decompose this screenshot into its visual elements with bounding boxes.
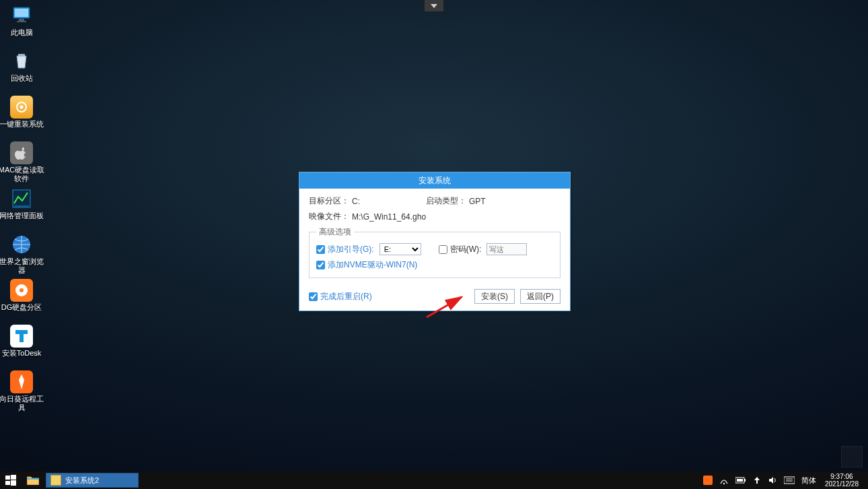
top-dropdown-handle[interactable] <box>425 0 443 11</box>
apple-icon <box>10 141 33 164</box>
svg-rect-17 <box>27 478 39 480</box>
desktop-icon-label: 回收站 <box>11 74 33 82</box>
boot-type-label: 启动类型： <box>426 195 466 207</box>
desktop-icon-this-pc[interactable]: 此电脑 <box>0 4 47 37</box>
desktop-icon-label: 安装ToDesk <box>2 349 42 357</box>
desktop-icon-label: DG硬盘分区 <box>1 303 42 311</box>
graph-icon <box>10 187 33 210</box>
desktop-icon-label: MAC硬盘读取软件 <box>0 166 44 183</box>
tray-icon-app[interactable] <box>700 476 716 485</box>
tray-network-icon[interactable] <box>716 476 732 485</box>
svg-rect-23 <box>784 477 795 484</box>
tray-volume-icon[interactable] <box>764 476 781 485</box>
system-tray: 简体 9:37:06 2021/12/28 <box>700 471 868 489</box>
svg-rect-2 <box>19 19 24 21</box>
install-button[interactable]: 安装(S) <box>474 289 515 304</box>
password-checkbox-input[interactable] <box>439 245 447 254</box>
install-system-dialog: 安装系统 目标分区： C: 启动类型： GPT 映像文件： M:\G_Win11… <box>299 172 571 311</box>
desktop-icon-label: 一键重装系统 <box>0 120 44 128</box>
desktop-icon-world-browser[interactable]: 世界之窗浏览器 <box>0 233 47 275</box>
computer-icon <box>10 4 33 27</box>
restart-checkbox-input[interactable] <box>309 292 318 301</box>
svg-point-19 <box>723 483 725 484</box>
clock-date: 2021/12/28 <box>825 480 859 488</box>
nvme-label: 添加NVME驱动-WIN7(N) <box>328 259 417 271</box>
svg-rect-13 <box>5 476 10 480</box>
todesk-icon <box>10 325 33 348</box>
dialog-body: 目标分区： C: 启动类型： GPT 映像文件： M:\G_Win11_64.g… <box>299 189 570 284</box>
file-explorer-button[interactable] <box>22 471 44 489</box>
watermark-box <box>841 446 863 467</box>
svg-rect-7 <box>13 190 30 207</box>
svg-rect-22 <box>737 479 743 482</box>
sunflower-icon <box>10 370 33 393</box>
add-boot-drive-select[interactable]: E: <box>379 243 421 255</box>
svg-rect-14 <box>11 475 16 480</box>
advanced-options-group: 高级选项 添加引导(G): E: 密码(W): <box>309 226 560 278</box>
nvme-checkbox-input[interactable] <box>316 261 325 269</box>
desktop-icon-dg-partition[interactable]: DG硬盘分区 <box>0 279 47 312</box>
globe-icon <box>10 233 33 256</box>
svg-rect-16 <box>11 480 16 486</box>
taskbar-clock[interactable]: 9:37:06 2021/12/28 <box>820 473 864 488</box>
tray-keyboard-icon[interactable] <box>781 476 798 484</box>
svg-rect-21 <box>744 479 746 482</box>
taskbar-task-install-system[interactable]: 安装系统2 <box>46 473 139 488</box>
disk-icon <box>10 279 33 302</box>
desktop-icon-label: 世界之窗浏览器 <box>0 257 44 274</box>
back-button[interactable]: 返回(P) <box>520 289 560 304</box>
target-partition-label: 目标分区： <box>309 195 349 207</box>
taskbar: 安装系统2 简体 9:37:06 2021/ <box>0 471 868 489</box>
tray-battery-icon[interactable] <box>732 477 750 484</box>
image-file-value: M:\G_Win11_64.gho <box>352 212 426 222</box>
restart-label: 完成后重启(R) <box>320 291 372 302</box>
windows-icon <box>5 475 16 486</box>
svg-point-6 <box>20 106 24 109</box>
toolbox-icon <box>10 96 33 119</box>
advanced-legend: 高级选项 <box>316 226 354 238</box>
dialog-titlebar[interactable]: 安装系统 <box>299 172 570 189</box>
add-boot-label: 添加引导(G): <box>328 244 374 255</box>
desktop-icon-recycle-bin[interactable]: 回收站 <box>0 50 47 83</box>
tray-safely-remove-icon[interactable] <box>750 476 764 485</box>
password-checkbox[interactable]: 密码(W): <box>439 244 482 255</box>
desktop-icon-sunflower[interactable]: 向日葵远程工具 <box>0 370 47 412</box>
target-partition-value: C: <box>352 197 399 206</box>
dialog-title: 安装系统 <box>419 176 451 185</box>
folder-icon <box>27 476 39 485</box>
boot-type-value: GPT <box>469 197 486 206</box>
svg-rect-3 <box>17 21 26 22</box>
desktop-icon-one-click-install[interactable]: 一键重装系统 <box>0 96 47 129</box>
svg-rect-4 <box>18 54 25 56</box>
desktop-icon-label: 此电脑 <box>11 28 33 36</box>
password-label: 密码(W): <box>450 244 482 255</box>
dialog-footer: 完成后重启(R) 安装(S) 返回(P) <box>299 284 570 311</box>
clock-time: 9:37:06 <box>830 473 853 480</box>
desktop-icon-mac-disk[interactable]: MAC硬盘读取软件 <box>0 141 47 183</box>
add-boot-checkbox[interactable]: 添加引导(G): <box>316 244 374 255</box>
task-icon <box>50 475 61 486</box>
password-input[interactable] <box>486 243 527 255</box>
image-file-label: 映像文件： <box>309 211 349 222</box>
svg-rect-1 <box>15 9 28 17</box>
svg-rect-15 <box>5 481 10 485</box>
desktop-icon-network-panel[interactable]: 网络管理面板 <box>0 187 47 220</box>
restart-checkbox[interactable]: 完成后重启(R) <box>309 291 372 302</box>
nvme-checkbox[interactable]: 添加NVME驱动-WIN7(N) <box>316 259 417 271</box>
tray-ime-indicator[interactable]: 简体 <box>798 476 820 486</box>
start-button[interactable] <box>0 471 22 489</box>
desktop-icon-label: 网络管理面板 <box>0 211 44 220</box>
add-boot-checkbox-input[interactable] <box>316 245 325 254</box>
desktop-icon-label: 向日葵远程工具 <box>0 395 44 412</box>
recycle-bin-icon <box>10 50 33 73</box>
svg-point-11 <box>20 288 24 292</box>
svg-rect-18 <box>703 476 713 485</box>
desktop: 此电脑 回收站 一键重装系统 MAC硬盘读取软件 网络管理面板 世界之窗浏览器 <box>0 0 868 489</box>
desktop-icon-todesk[interactable]: 安装ToDesk <box>0 325 47 358</box>
task-label: 安装系统2 <box>65 476 99 486</box>
